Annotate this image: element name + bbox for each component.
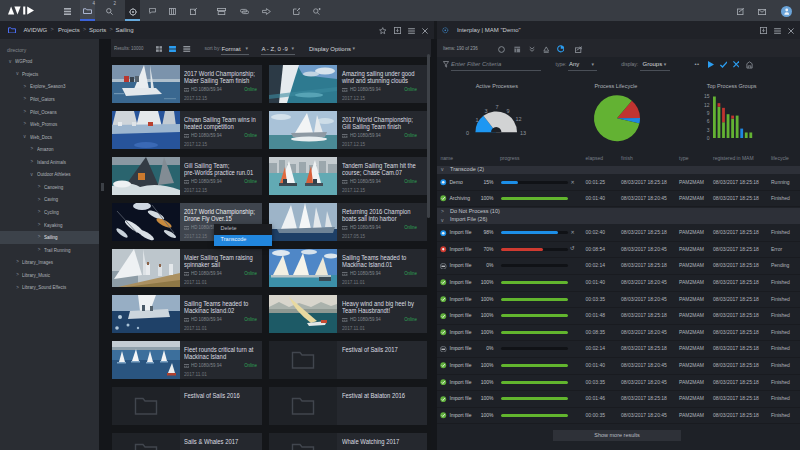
svg-text:9: 9 <box>507 108 510 114</box>
svg-text:0: 0 <box>466 130 469 136</box>
svg-text:15: 15 <box>704 93 710 99</box>
svg-text:6: 6 <box>707 118 710 124</box>
svg-text:7: 7 <box>496 104 499 110</box>
svg-text:13: 13 <box>520 130 526 136</box>
svg-text:12: 12 <box>516 116 522 122</box>
svg-text:Process Lifecycle: Process Lifecycle <box>594 83 637 89</box>
svg-text:12: 12 <box>704 102 710 108</box>
svg-text:3: 3 <box>485 108 488 114</box>
svg-text:9: 9 <box>707 110 710 116</box>
svg-text:1: 1 <box>476 117 479 123</box>
svg-text:Active Processes: Active Processes <box>476 83 518 89</box>
svg-text:0: 0 <box>707 135 710 141</box>
svg-text:3: 3 <box>707 127 710 133</box>
svg-text:Top Process Groups: Top Process Groups <box>707 83 757 89</box>
